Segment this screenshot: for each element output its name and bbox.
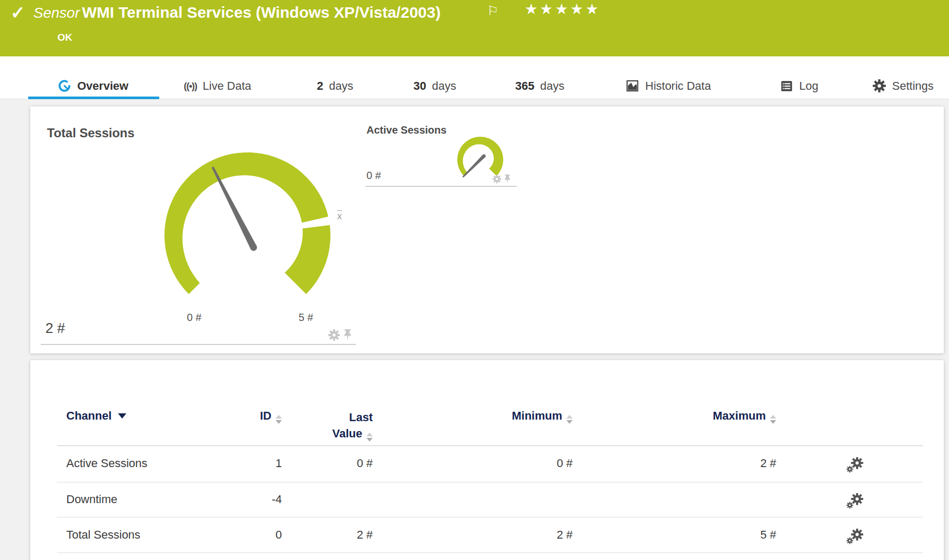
active-sessions-value: 0 # [366, 170, 381, 182]
row-divider [57, 517, 923, 518]
status-badge: OK [57, 32, 73, 43]
table-header-divider [57, 445, 923, 446]
channels-table-panel: Channel ID Last Value Minimum Maximum Ac… [30, 360, 944, 560]
priority-stars[interactable]: ★★★★★ [525, 1, 601, 18]
tab-live-data[interactable]: ((•)) Live Data [184, 79, 251, 93]
row-total-sessions-id: 0 [204, 528, 282, 542]
tab-log[interactable]: Log [780, 79, 818, 93]
tab-log-label: Log [799, 79, 818, 93]
column-header-last-label: Last [349, 411, 373, 424]
row-total-sessions-max: 5 # [672, 528, 776, 542]
broadcast-icon: ((•)) [184, 81, 197, 92]
column-header-id-label: ID [260, 409, 271, 422]
channel-settings-gears-icon[interactable] [846, 493, 864, 512]
gear-icon [872, 79, 886, 93]
row-total-sessions-min: 2 # [468, 528, 573, 542]
tab-historic-data[interactable]: Historic Data [625, 79, 711, 93]
gauges-panel: Total Sessions x 2 # 0 # 5 # Active Sess… [30, 106, 944, 353]
channel-settings-gears-icon[interactable] [846, 457, 864, 476]
row-divider [57, 482, 923, 483]
tab-bar: Overview ((•)) Live Data 2 days 30 days … [0, 56, 949, 99]
row-active-sessions-channel: Active Sessions [66, 457, 147, 470]
tab-settings[interactable]: Settings [872, 79, 934, 93]
row-downtime-id: -4 [204, 493, 282, 506]
column-header-last-value[interactable]: Last Value [294, 409, 373, 442]
column-header-maximum-label: Maximum [713, 409, 766, 422]
prtg-sensor-page: ✓ Sensor WMI Terminal Services (Windows … [0, 0, 949, 560]
column-header-minimum-label: Minimum [512, 409, 562, 422]
total-sessions-gear-pin-icons[interactable] [328, 328, 354, 344]
row-total-sessions-last: 2 # [294, 528, 373, 542]
column-header-minimum[interactable]: Minimum [468, 409, 573, 424]
total-sessions-underline [41, 344, 356, 345]
tab-overview[interactable]: Overview [57, 79, 128, 93]
sort-arrows-icon [366, 433, 373, 442]
column-header-id[interactable]: ID [204, 409, 282, 424]
sort-arrows-icon [566, 415, 573, 424]
tab-365-days[interactable]: 365 days [515, 79, 564, 93]
sensor-type-label: Sensor [33, 5, 80, 21]
active-tab-underline [28, 97, 159, 99]
row-active-sessions-last: 0 # [294, 457, 373, 470]
tab-live-data-label: Live Data [203, 79, 251, 93]
channel-settings-gears-icon[interactable] [846, 529, 864, 547]
column-header-maximum[interactable]: Maximum [672, 409, 776, 424]
row-total-sessions-channel: Total Sessions [66, 528, 140, 542]
tab-30-days-number: 30 [413, 79, 426, 93]
column-header-channel[interactable]: Channel [66, 409, 126, 423]
gauge-icon [57, 79, 72, 93]
average-marker: x [337, 211, 342, 222]
total-sessions-gauge-max: 5 # [299, 312, 313, 324]
column-header-value-label: Value [333, 427, 362, 440]
tab-2-days-number: 2 [317, 79, 323, 93]
tab-30-days-label: days [432, 79, 456, 93]
sort-caret-down-icon [118, 413, 126, 419]
sort-arrows-icon [770, 415, 776, 424]
row-active-sessions-max: 2 # [672, 457, 776, 470]
tab-2-days[interactable]: 2 days [317, 79, 353, 93]
row-active-sessions-id: 1 [204, 457, 282, 470]
total-sessions-gauge-min: 0 # [187, 312, 201, 324]
row-divider [57, 552, 923, 553]
tab-settings-label: Settings [892, 79, 934, 93]
row-downtime-channel: Downtime [66, 493, 117, 506]
flag-icon[interactable]: ⚐ [487, 3, 499, 18]
total-sessions-value: 2 # [45, 320, 65, 337]
area-chart-icon [625, 79, 639, 93]
log-list-icon [780, 79, 793, 93]
active-sessions-underline [365, 186, 517, 187]
tab-30-days[interactable]: 30 days [413, 79, 456, 93]
total-sessions-gauge-title: Total Sessions [47, 126, 135, 140]
tab-historic-data-label: Historic Data [645, 79, 711, 93]
row-active-sessions-min: 0 # [468, 457, 573, 470]
tab-365-days-label: days [540, 79, 564, 93]
active-sessions-gauge-title: Active Sessions [366, 124, 446, 136]
sort-arrows-icon [276, 415, 282, 424]
tab-2-days-label: days [329, 79, 353, 93]
sensor-header: ✓ Sensor WMI Terminal Services (Windows … [0, 0, 949, 56]
active-sessions-gear-pin-icons[interactable] [492, 173, 513, 187]
sensor-title: WMI Terminal Services (Windows XP/Vista/… [82, 4, 441, 21]
status-ok-check-icon: ✓ [10, 2, 26, 23]
tab-overview-label: Overview [77, 79, 128, 93]
tab-365-days-number: 365 [515, 79, 535, 93]
column-header-channel-label: Channel [66, 409, 112, 422]
